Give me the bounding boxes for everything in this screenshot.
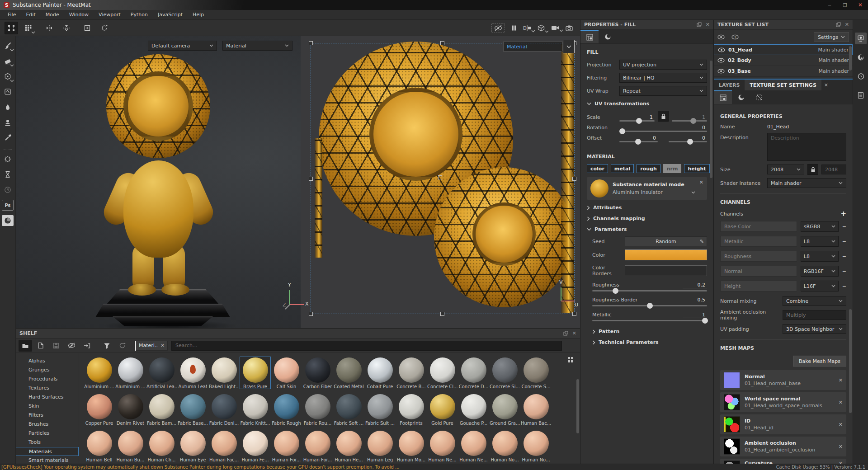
material-coated-metal[interactable]: Coated Metal	[333, 357, 364, 389]
frame-selection-button[interactable]	[80, 22, 94, 34]
material-autumn-leaf[interactable]: Autumn Leaf	[177, 357, 208, 389]
float-panel-icon[interactable]	[563, 331, 568, 336]
eye-icon[interactable]	[718, 47, 725, 52]
remove-mesh-map-icon[interactable]: ✕	[839, 377, 843, 383]
category-materials[interactable]: Materials	[16, 447, 79, 456]
texture-set-settings-scrollbar[interactable]	[849, 309, 852, 413]
pattern-section[interactable]: Pattern	[587, 329, 707, 334]
material-gold-pure[interactable]: Gold Pure	[427, 393, 458, 426]
material-human-he[interactable]: Human He...	[333, 430, 364, 462]
texture-set-03-base[interactable]: 03_Base Main shader	[714, 66, 853, 77]
uv-transformations-section[interactable]: UV transformations	[587, 101, 707, 107]
material-artificial-lea[interactable]: Artificial Lea...	[146, 357, 177, 389]
remove-channel-button[interactable]: −	[842, 224, 846, 230]
material-ground-gra[interactable]: Ground Gra...	[489, 393, 520, 426]
menu-edit[interactable]: Edit	[21, 10, 40, 20]
grid-view-icon[interactable]	[567, 357, 574, 363]
material-human-bell[interactable]: Human Bell	[84, 430, 115, 462]
metallic-slider[interactable]	[592, 320, 707, 321]
mesh-map-ambient-occlusion[interactable]: Ambient occlusion01_Head_ambient_occlusi…	[720, 437, 846, 456]
tab-fill-properties[interactable]	[580, 30, 599, 43]
scale-slider-1[interactable]	[619, 120, 655, 122]
channel-name-field[interactable]: Height	[720, 281, 797, 291]
selection-handle[interactable]	[440, 41, 444, 45]
meetmat-3d-model[interactable]	[75, 54, 264, 316]
category-hard-surfaces[interactable]: Hard Surfaces	[16, 393, 79, 402]
category-filters[interactable]: Filters	[16, 411, 79, 420]
channel-format-dropdown[interactable]: L8	[801, 251, 839, 262]
scale-value-1[interactable]: 1	[630, 114, 655, 120]
projection-dropdown[interactable]: UV projection	[619, 60, 707, 70]
channel-format-dropdown[interactable]: L16F	[801, 281, 839, 291]
camera-video-button[interactable]	[551, 25, 559, 31]
material-aluminium[interactable]: Aluminium ...	[84, 357, 115, 389]
material-human-mo[interactable]: Human Mo...	[396, 430, 427, 462]
close-button[interactable]: ✕	[853, 0, 868, 10]
material-human-ne[interactable]: Human Ne...	[427, 430, 458, 462]
float-panel-icon[interactable]	[697, 22, 702, 27]
material-human-no[interactable]: Human No...	[489, 430, 520, 462]
channel-format-dropdown[interactable]: RGB16F	[801, 266, 839, 277]
tab-settings-material[interactable]	[732, 90, 750, 104]
tool-bakers-hourglass[interactable]	[2, 168, 14, 181]
material-copper-pure[interactable]: Copper Pure	[84, 393, 115, 426]
add-channel-button[interactable]: +	[840, 210, 846, 218]
category-textures[interactable]: Textures	[16, 384, 79, 393]
shelf-filter-tag[interactable]: Materi.. ✕	[134, 341, 168, 351]
offset-slider-1[interactable]	[619, 141, 658, 142]
history-icon[interactable]	[855, 70, 867, 82]
material-concrete-si[interactable]: Concrete Si...	[489, 357, 520, 389]
close-tab-icon[interactable]: ✕	[824, 82, 828, 88]
shelf-file-save-button[interactable]	[49, 340, 63, 352]
pause-button[interactable]	[511, 25, 517, 31]
maximize-button[interactable]: ❐	[837, 0, 853, 10]
rotation-slider[interactable]	[619, 131, 707, 132]
minimize-button[interactable]: ─	[822, 0, 837, 10]
category-grunges[interactable]: Grunges	[16, 366, 79, 375]
menu-viewport[interactable]: Viewport	[94, 10, 126, 20]
eye-single-icon[interactable]: 1	[731, 34, 739, 40]
category-particles[interactable]: Particles	[16, 429, 79, 438]
size-lock-icon[interactable]	[807, 164, 818, 175]
menu-javascript[interactable]: JavaScript	[153, 10, 188, 20]
remove-channel-button[interactable]: −	[842, 254, 846, 259]
remove-filter-icon[interactable]: ✕	[160, 343, 167, 348]
shelf-folder-button[interactable]	[19, 340, 32, 352]
tool-material-picker[interactable]	[2, 131, 14, 145]
search-input[interactable]	[171, 341, 562, 351]
material-mode-dropdown[interactable]: Aluminium Insulator	[613, 189, 695, 195]
category-brushes[interactable]: Brushes	[16, 420, 79, 429]
texture-set-settings-dropdown[interactable]: Settings	[814, 32, 849, 42]
material-gouache-p[interactable]: Gouache P...	[458, 393, 489, 426]
channel-name-field[interactable]: Normal	[720, 266, 797, 277]
close-panel-icon[interactable]: ✕	[572, 330, 576, 336]
channel-button-nrm[interactable]: nrm	[663, 164, 682, 173]
menu-file[interactable]: File	[3, 10, 21, 20]
parameters-section[interactable]: Parameters	[587, 226, 707, 232]
camera-dropdown[interactable]: Default camera	[148, 41, 217, 51]
camera-photo-button[interactable]	[566, 25, 573, 31]
material-human-for[interactable]: Human For...	[271, 430, 302, 462]
selection-handle[interactable]	[309, 41, 313, 45]
scale-lock-icon[interactable]	[658, 111, 669, 122]
bake-mesh-maps-button[interactable]: Bake Mesh Maps	[793, 356, 846, 367]
material-fabric-knitt[interactable]: Fabric Knitt...	[240, 393, 271, 426]
selection-manipulator-button[interactable]	[5, 22, 18, 34]
material-concrete-d[interactable]: Concrete D...	[458, 357, 489, 389]
material-concrete-b[interactable]: Concrete B...	[396, 357, 427, 389]
selection-center-handle[interactable]	[438, 175, 442, 179]
shelf-eye-off-button[interactable]	[65, 340, 78, 352]
texture-set-01-head[interactable]: 01_Head Main shader	[714, 44, 853, 55]
color-borders-swatch[interactable]	[625, 265, 707, 276]
offset-slider-2[interactable]	[669, 141, 707, 142]
mesh-map-world-space-normal[interactable]: World space normal01_Head_world_space_no…	[720, 392, 846, 412]
menu-window[interactable]: Window	[64, 10, 94, 20]
menu-help[interactable]: Help	[188, 10, 209, 20]
material-human-bac[interactable]: Human Bac...	[520, 393, 552, 426]
channel-button-metal[interactable]: metal	[611, 164, 634, 173]
material-brass-pure[interactable]: Brass Pure	[240, 357, 271, 389]
shelf-filter-funnel-button[interactable]	[100, 340, 113, 352]
filtering-dropdown[interactable]: Bilinear | HQ	[619, 73, 707, 83]
tool-paint-brush[interactable]	[2, 39, 14, 52]
channel-button-height[interactable]: height	[684, 164, 709, 173]
